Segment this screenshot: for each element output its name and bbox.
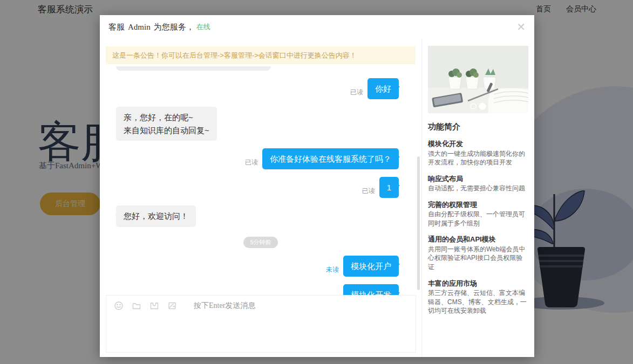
message-bubble: 你好	[367, 78, 399, 99]
chat-modal: 客服 Admin 为您服务， 在线 ✕ 这是一条公告！你可以在后台管理->客服管…	[100, 15, 534, 357]
chat-header-suffix: 为您服务，	[154, 22, 194, 32]
message-bubble: 模块化开发	[343, 284, 399, 295]
scrollbar-thumb[interactable]	[417, 156, 420, 290]
desk-photo	[428, 46, 528, 113]
info-sidebar: 功能简介 模块化开发强大的一键生成功能极速简化你的开发流程，加快你的项目开发响应…	[422, 39, 534, 357]
message-bubble: 亲，您好，在的呢~来自知识库的自动回复~	[116, 107, 217, 141]
feature-title: 完善的权限管理	[428, 200, 528, 210]
message-bubble: 1	[379, 177, 399, 198]
read-receipt: 已读	[350, 88, 363, 97]
message-row: 已读你准备好体验在线客服系统了吗？	[111, 148, 411, 169]
chat-body: 这是一条公告！你可以在后台管理->客服管理->会话窗口中进行更换公告内容！ 已读…	[100, 39, 534, 357]
feature-desc: 自动适配，无需要担心兼容性问题	[428, 184, 528, 193]
message-row: 已读你好	[111, 78, 411, 99]
feature-title: 通用的会员和API模块	[428, 235, 528, 244]
chat-header-prefix: 客服	[108, 22, 125, 32]
screen: 客服系统演示 首页会员中心 客服系统 基于FastAdmin+W 后台管理	[0, 0, 633, 364]
read-receipt: 已读	[362, 187, 375, 196]
feature-item: 模块化开发强大的一键生成功能极速简化你的开发流程，加快你的项目开发	[428, 139, 528, 167]
feature-desc: 自由分配子级权限、一个管理员可同时属于多个组别	[428, 210, 528, 228]
read-receipt: 已读	[245, 158, 258, 167]
feature-item: 响应式布局自动适配，无需要担心兼容性问题	[428, 174, 528, 193]
feature-desc: 第三方云存储、云短信、富文本编辑器、CMS、博客、文档生成，一切均可在线安装卸载	[428, 289, 528, 315]
feature-list: 模块化开发强大的一键生成功能极速简化你的开发流程，加快你的项目开发响应式布局自动…	[428, 139, 528, 315]
message-list[interactable]: 已读你好亲，您好，在的呢~来自知识库的自动回复~已读你准备好体验在线客服系统了吗…	[100, 64, 421, 295]
message-row: 未读模块化开发	[111, 284, 411, 295]
intro-title: 功能简介	[428, 122, 528, 132]
feature-title: 响应式布局	[428, 174, 528, 184]
chat-header: 客服 Admin 为您服务， 在线 ✕	[100, 15, 534, 39]
message-row: 未读模块化开户	[111, 256, 411, 277]
emoji-icon[interactable]	[114, 301, 124, 311]
feature-item: 通用的会员和API模块共用同一账号体系的Web端会员中心权限验证和API接口会员…	[428, 235, 528, 271]
read-receipt: 未读	[326, 265, 339, 274]
image-icon[interactable]	[167, 301, 177, 311]
feature-desc: 共用同一账号体系的Web端会员中心权限验证和API接口会员权限验证	[428, 245, 528, 272]
composer	[106, 295, 416, 353]
message-bubble: 您好，欢迎访问！	[116, 205, 196, 226]
composer-toolbar	[106, 296, 416, 311]
message-input[interactable]	[194, 301, 416, 310]
message-bubble: 模块化开户	[343, 256, 399, 277]
feature-desc: 强大的一键生成功能极速简化你的开发流程，加快你的项目开发	[428, 149, 528, 167]
online-status: 在线	[196, 22, 210, 32]
chat-column: 这是一条公告！你可以在后台管理->客服管理->会话窗口中进行更换公告内容！ 已读…	[100, 39, 422, 357]
message-stub	[116, 66, 271, 71]
agent-name: Admin	[128, 23, 151, 32]
time-divider: 5分钟前	[243, 237, 277, 248]
message-bubble: 你准备好体验在线客服系统了吗？	[262, 148, 399, 169]
feature-item: 丰富的应用市场第三方云存储、云短信、富文本编辑器、CMS、博客、文档生成，一切均…	[428, 279, 528, 315]
read-receipt: 未读	[326, 294, 339, 295]
feature-item: 完善的权限管理自由分配子级权限、一个管理员可同时属于多个组别	[428, 200, 528, 228]
folder-icon[interactable]	[132, 301, 141, 311]
message-row: 已读1	[111, 177, 411, 198]
archive-icon[interactable]	[149, 301, 159, 311]
composer-textarea-space[interactable]	[106, 311, 416, 352]
feature-title: 模块化开发	[428, 139, 528, 149]
announcement-bar: 这是一条公告！你可以在后台管理->客服管理->会话窗口中进行更换公告内容！	[106, 46, 416, 64]
feature-title: 丰富的应用市场	[428, 279, 528, 289]
message-row: 亲，您好，在的呢~来自知识库的自动回复~	[111, 107, 411, 141]
close-icon[interactable]: ✕	[516, 22, 526, 32]
message-row: 您好，欢迎访问！	[111, 205, 411, 226]
